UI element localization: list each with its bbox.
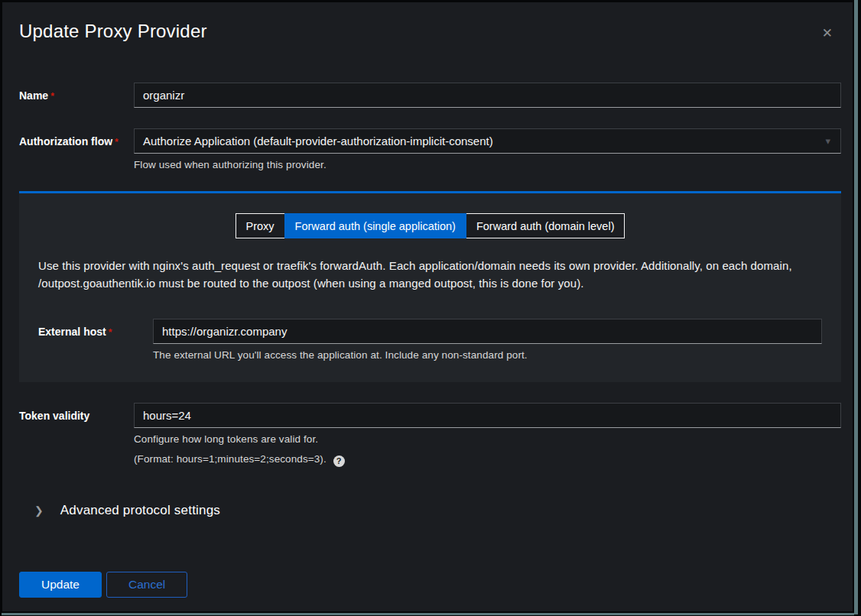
help-question-icon[interactable]: ? bbox=[333, 456, 345, 467]
authorization-flow-label-text: Authorization flow bbox=[19, 135, 112, 148]
authorization-flow-help: Flow used when authorizing this provider… bbox=[134, 159, 841, 170]
chevron-down-icon: ▾ bbox=[825, 135, 830, 145]
external-host-label: External host* bbox=[38, 319, 153, 338]
mode-description: Use this provider with nginx's auth_requ… bbox=[38, 257, 822, 292]
external-host-row: External host* The external URL you'll a… bbox=[38, 319, 822, 361]
update-proxy-provider-modal: Update Proxy Provider ✕ Name* Authorizat… bbox=[2, 2, 853, 611]
frame-edge-right bbox=[854, 0, 858, 614]
external-host-label-text: External host bbox=[38, 326, 106, 338]
page-title: Update Proxy Provider bbox=[19, 21, 207, 42]
token-validity-label-text: Token validity bbox=[19, 410, 89, 422]
required-marker: * bbox=[115, 137, 119, 148]
token-validity-help-2-text: (Format: hours=1;minutes=2;seconds=3). bbox=[134, 453, 327, 465]
authorization-flow-row: Authorization flow* Authorize Applicatio… bbox=[19, 128, 841, 170]
external-host-help: The external URL you'll access the appli… bbox=[153, 349, 822, 361]
token-validity-row: Token validity Configure how long tokens… bbox=[19, 403, 841, 467]
name-field-row: Name* bbox=[19, 83, 841, 108]
token-validity-control: Configure how long tokens are valid for.… bbox=[134, 403, 841, 467]
token-validity-input[interactable] bbox=[134, 403, 841, 428]
cancel-button[interactable]: Cancel bbox=[106, 572, 187, 598]
token-validity-label: Token validity bbox=[19, 403, 134, 422]
authorization-flow-control: Authorize Application (default-provider-… bbox=[134, 128, 841, 170]
token-validity-help-1: Configure how long tokens are valid for. bbox=[134, 433, 841, 445]
authorization-flow-select[interactable]: Authorize Application (default-provider-… bbox=[134, 128, 841, 154]
modal-actions: Update Cancel bbox=[19, 572, 841, 598]
advanced-protocol-settings-label: Advanced protocol settings bbox=[60, 503, 220, 518]
name-input[interactable] bbox=[134, 83, 841, 108]
chevron-right-icon: ❯ bbox=[34, 504, 44, 517]
modal-body: Name* Authorization flow* Authorize Appl… bbox=[2, 83, 853, 598]
proxy-mode-card: Proxy Forward auth (single application) … bbox=[19, 191, 841, 382]
tab-forward-auth-single[interactable]: Forward auth (single application) bbox=[284, 213, 466, 238]
advanced-protocol-settings-toggle[interactable]: ❯ Advanced protocol settings bbox=[19, 503, 841, 518]
external-host-control: The external URL you'll access the appli… bbox=[153, 319, 822, 361]
token-validity-help-2: (Format: hours=1;minutes=2;seconds=3). ? bbox=[134, 453, 841, 467]
update-button[interactable]: Update bbox=[19, 572, 102, 598]
screenshot-frame: Update Proxy Provider ✕ Name* Authorizat… bbox=[0, 0, 861, 616]
external-host-input[interactable] bbox=[153, 319, 822, 344]
authorization-flow-selected-value: Authorize Application (default-provider-… bbox=[143, 135, 493, 148]
close-icon[interactable]: ✕ bbox=[817, 22, 837, 44]
name-control bbox=[134, 83, 841, 108]
name-label-text: Name bbox=[19, 89, 48, 102]
tab-proxy[interactable]: Proxy bbox=[236, 213, 285, 238]
name-label: Name* bbox=[19, 83, 134, 102]
tab-forward-auth-domain[interactable]: Forward auth (domain level) bbox=[466, 213, 625, 238]
authorization-flow-label: Authorization flow* bbox=[19, 128, 134, 148]
modal-header: Update Proxy Provider ✕ bbox=[2, 2, 853, 44]
required-marker: * bbox=[50, 91, 54, 102]
proxy-mode-tabs: Proxy Forward auth (single application) … bbox=[38, 213, 822, 238]
frame-edge-bottom bbox=[2, 613, 854, 615]
required-marker: * bbox=[109, 327, 112, 338]
